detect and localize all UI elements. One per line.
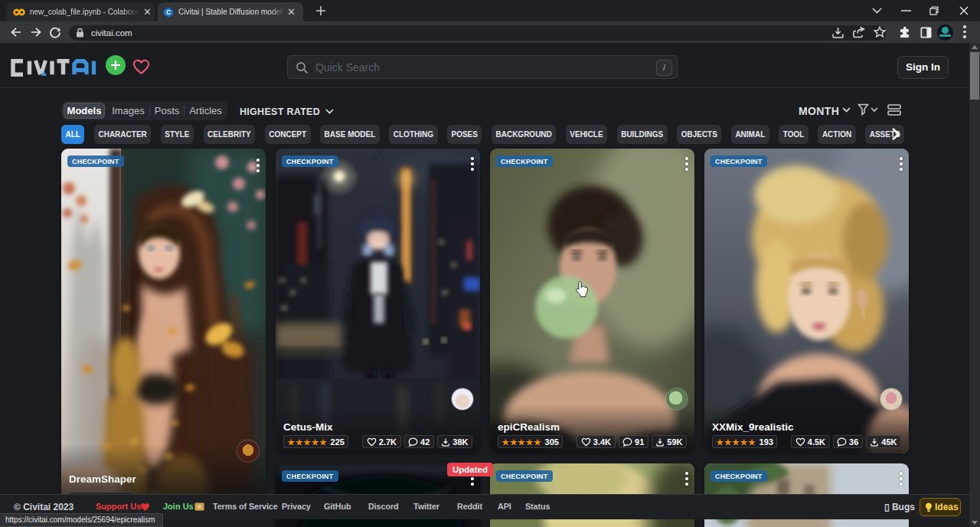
- svg-text:C: C: [166, 8, 171, 16]
